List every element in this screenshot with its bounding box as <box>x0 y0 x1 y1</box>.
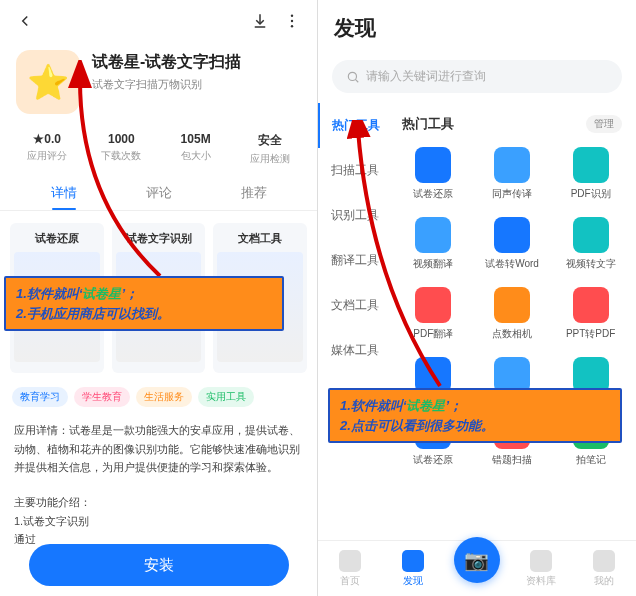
search-icon <box>346 70 360 84</box>
svg-line-4 <box>355 79 358 82</box>
tool-label: PPT转PDF <box>553 327 628 341</box>
search-input[interactable]: 请输入关键词进行查询 <box>332 60 622 93</box>
annotation-right: 1.软件就叫‘试卷星’； 2.点击可以看到很多功能。 <box>328 388 622 443</box>
app-icon: ⭐ <box>16 50 80 114</box>
svg-point-1 <box>291 20 293 22</box>
tool-label: PDF翻译 <box>396 327 471 341</box>
app-subtitle: 试卷文字扫描万物识别 <box>92 77 301 92</box>
side-item-doc[interactable]: 文档工具 <box>318 283 392 328</box>
nav-camera[interactable]: 📷 <box>445 555 509 583</box>
tag[interactable]: 生活服务 <box>136 387 192 407</box>
back-icon[interactable] <box>14 10 36 32</box>
install-button[interactable]: 安装 <box>29 544 289 586</box>
section-title: 热门工具 <box>402 115 586 133</box>
tags: 教育学习 学生教育 生活服务 实用工具 <box>0 381 317 413</box>
nav-discover[interactable]: 发现 <box>382 550 446 588</box>
tool-item[interactable]: 试卷还原 <box>394 141 473 211</box>
annotation-left: 1.软件就叫‘试卷星’； 2.手机应用商店可以找到。 <box>4 276 284 331</box>
tool-item[interactable]: 同声传译 <box>473 141 552 211</box>
nav-home[interactable]: 首页 <box>318 550 382 588</box>
discover-title: 发现 <box>334 14 620 42</box>
tag[interactable]: 实用工具 <box>198 387 254 407</box>
nav-me[interactable]: 我的 <box>572 550 636 588</box>
top-bar <box>0 0 317 42</box>
svg-point-3 <box>348 72 356 80</box>
tool-label: 试卷还原 <box>396 453 471 467</box>
more-icon[interactable] <box>281 10 303 32</box>
tool-label: 同声传译 <box>475 187 550 201</box>
tool-icon <box>415 147 451 183</box>
tag[interactable]: 学生教育 <box>74 387 130 407</box>
tool-icon <box>415 217 451 253</box>
app-header: ⭐ 试卷星-试卷文字扫描 试卷文字扫描万物识别 <box>0 42 317 126</box>
tool-label: 点数相机 <box>475 327 550 341</box>
tab-comments[interactable]: 评论 <box>111 176 206 210</box>
description: 应用详情：试卷星是一款功能强大的安卓应用，提供试卷、动物、植物和花卉的图像识别功… <box>0 413 317 485</box>
tab-detail[interactable]: 详情 <box>16 176 111 210</box>
bottom-nav: 首页 发现 📷 资料库 我的 <box>318 540 636 596</box>
discover-header: 发现 <box>318 0 636 52</box>
tool-item[interactable]: 视频转文字 <box>551 211 630 281</box>
tool-icon <box>573 217 609 253</box>
svg-point-0 <box>291 15 293 17</box>
camera-icon: 📷 <box>454 537 500 583</box>
side-item-translate[interactable]: 翻译工具 <box>318 238 392 283</box>
tag[interactable]: 教育学习 <box>12 387 68 407</box>
tool-label: 试卷还原 <box>396 187 471 201</box>
manage-button[interactable]: 管理 <box>586 115 622 133</box>
tool-item[interactable]: 视频翻译 <box>394 211 473 281</box>
search-placeholder: 请输入关键词进行查询 <box>366 68 486 85</box>
tool-item[interactable]: 试卷转Word <box>473 211 552 281</box>
tool-item[interactable]: 点数相机 <box>473 281 552 351</box>
side-item-media[interactable]: 媒体工具 <box>318 328 392 373</box>
tab-recommend[interactable]: 推荐 <box>206 176 301 210</box>
side-item-hot[interactable]: 热门工具 <box>318 103 392 148</box>
tool-label: 试卷转Word <box>475 257 550 271</box>
nav-library[interactable]: 资料库 <box>509 550 573 588</box>
tool-icon <box>573 147 609 183</box>
stat-rating[interactable]: ★0.0 应用评分 <box>10 132 84 166</box>
tool-label: PDF识别 <box>553 187 628 201</box>
tool-item[interactable]: PDF识别 <box>551 141 630 211</box>
tool-label: 错题扫描 <box>475 453 550 467</box>
grid-area: 热门工具 管理 试卷还原同声传译PDF识别视频翻译试卷转Word视频转文字PDF… <box>392 103 636 549</box>
side-item-recognize[interactable]: 识别工具 <box>318 193 392 238</box>
tool-label: 视频翻译 <box>396 257 471 271</box>
tool-icon <box>494 287 530 323</box>
side-nav: 热门工具 扫描工具 识别工具 翻译工具 文档工具 媒体工具 证件照工具 <box>318 103 392 549</box>
tool-item[interactable]: PPT转PDF <box>551 281 630 351</box>
side-item-scan[interactable]: 扫描工具 <box>318 148 392 193</box>
tool-item[interactable]: PDF翻译 <box>394 281 473 351</box>
tool-icon <box>494 147 530 183</box>
svg-point-2 <box>291 25 293 27</box>
stat-size[interactable]: 105M 包大小 <box>159 132 233 166</box>
app-title: 试卷星-试卷文字扫描 <box>92 52 301 73</box>
tool-label: 拍笔记 <box>553 453 628 467</box>
discover-screen: 发现 请输入关键词进行查询 热门工具 扫描工具 识别工具 翻译工具 文档工具 媒… <box>318 0 636 596</box>
tool-icon <box>494 217 530 253</box>
tool-icon <box>573 287 609 323</box>
tool-icon <box>415 287 451 323</box>
stat-downloads[interactable]: 1000 下载次数 <box>84 132 158 166</box>
download-icon[interactable] <box>249 10 271 32</box>
tabs: 详情 评论 推荐 <box>0 176 317 211</box>
tool-label: 视频转文字 <box>553 257 628 271</box>
stats-row: ★0.0 应用评分 1000 下载次数 105M 包大小 安全 应用检测 <box>0 126 317 176</box>
stat-security[interactable]: 安全 应用检测 <box>233 132 307 166</box>
